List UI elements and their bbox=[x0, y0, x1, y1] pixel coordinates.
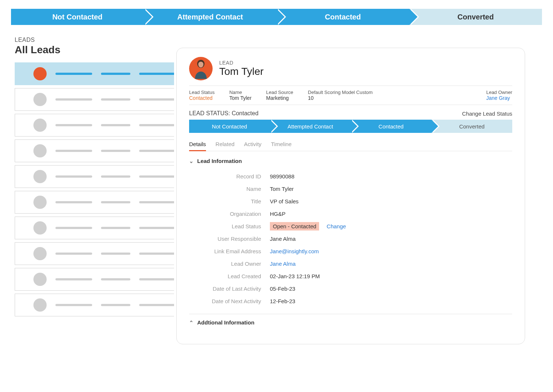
field-value-title: VP of Sales bbox=[270, 198, 299, 204]
placeholder-bar bbox=[101, 304, 130, 306]
pipeline-stage-attempted-contact[interactable]: Attempted Contact bbox=[144, 9, 277, 25]
avatar bbox=[33, 144, 47, 157]
avatar bbox=[33, 196, 47, 209]
chevron-down-icon bbox=[189, 158, 194, 164]
info-value-lead-status: Contacted bbox=[189, 95, 214, 101]
inner-stage-attempted-contact[interactable]: Attempted Contact bbox=[270, 120, 351, 133]
pipeline-stage-contacted[interactable]: Contacted bbox=[276, 9, 409, 25]
field-value-name: Tom Tyler bbox=[270, 186, 294, 192]
info-label: Default Scoring Model Custom bbox=[308, 90, 373, 95]
info-label: Lead Source bbox=[266, 90, 293, 95]
person-icon bbox=[192, 58, 210, 79]
record-type-label: LEAD bbox=[219, 60, 264, 66]
avatar bbox=[33, 221, 47, 235]
pipeline-stage-not-contacted[interactable]: Not Contacted bbox=[11, 9, 144, 25]
section-title: Lead Information bbox=[197, 158, 242, 164]
detail-tabs: Details Related Activity Timeline bbox=[189, 138, 512, 151]
tab-related[interactable]: Related bbox=[216, 138, 235, 151]
info-value-scoring: 10 bbox=[308, 95, 373, 101]
chevron-up-icon bbox=[189, 320, 194, 326]
placeholder-bar bbox=[101, 175, 130, 178]
avatar bbox=[33, 247, 47, 260]
status-label: LEAD STATUS: Contacted bbox=[189, 110, 259, 117]
section-title: Addtional Information bbox=[197, 319, 254, 326]
pipeline-stage-converted[interactable]: Converted bbox=[409, 9, 542, 25]
record-title: Tom Tyler bbox=[219, 66, 264, 77]
placeholder-bar bbox=[55, 98, 92, 101]
change-status-link[interactable]: Change bbox=[327, 223, 346, 229]
placeholder-bar bbox=[55, 150, 92, 152]
field-value-email[interactable]: Jane@insightly.com bbox=[270, 248, 319, 254]
placeholder-bar bbox=[55, 73, 92, 75]
info-value-lead-source: Marketing bbox=[266, 95, 293, 101]
change-status-link[interactable]: Change Lead Status bbox=[462, 110, 512, 117]
field-label: Link Email Address bbox=[189, 248, 270, 254]
field-label: Name bbox=[189, 186, 270, 192]
field-label: Lead Owner bbox=[189, 261, 270, 267]
field-value-last-activity: 05-Feb-23 bbox=[270, 286, 295, 292]
field-label: Date of Next Activity bbox=[189, 298, 270, 304]
field-label: Record ID bbox=[189, 173, 270, 179]
tab-timeline[interactable]: Timeline bbox=[271, 138, 292, 151]
field-value-created: 02-Jan-23 12:19 PM bbox=[270, 273, 320, 279]
placeholder-bar bbox=[55, 304, 92, 306]
section-additional-information[interactable]: Addtional Information bbox=[189, 319, 512, 326]
placeholder-bar bbox=[55, 227, 92, 229]
top-pipeline: Not Contacted Attempted Contact Contacte… bbox=[11, 9, 542, 25]
inner-stage-contacted[interactable]: Contacted bbox=[351, 120, 431, 133]
info-value-name: Tom Tyler bbox=[229, 95, 251, 101]
tab-activity[interactable]: Activity bbox=[244, 138, 262, 151]
avatar bbox=[33, 67, 47, 80]
avatar bbox=[33, 93, 47, 106]
info-label: Name bbox=[229, 90, 251, 95]
field-label: Organization bbox=[189, 211, 270, 217]
field-value-next-activity: 12-Feb-23 bbox=[270, 298, 295, 304]
field-label: Lead Status bbox=[189, 223, 270, 229]
field-value-owner[interactable]: Jane Alma bbox=[270, 261, 296, 267]
info-label: Lead Status bbox=[189, 90, 214, 95]
avatar bbox=[33, 273, 47, 286]
placeholder-bar bbox=[101, 150, 130, 152]
section-lead-information[interactable]: Lead Information bbox=[189, 158, 512, 164]
avatar bbox=[33, 170, 47, 183]
placeholder-bar bbox=[101, 124, 130, 126]
section-label: LEADS bbox=[15, 37, 272, 43]
placeholder-bar bbox=[55, 175, 92, 178]
placeholder-bar bbox=[101, 98, 130, 101]
avatar bbox=[189, 57, 213, 80]
info-value-owner[interactable]: Jane Gray bbox=[486, 95, 512, 101]
placeholder-bar bbox=[55, 253, 92, 255]
avatar bbox=[33, 298, 47, 312]
placeholder-bar bbox=[55, 201, 92, 203]
field-label: Title bbox=[189, 198, 270, 204]
inner-pipeline: Not Contacted Attempted Contact Contacte… bbox=[189, 120, 512, 133]
field-value-user-responsible: Jane Alma bbox=[270, 236, 296, 242]
placeholder-bar bbox=[101, 73, 130, 75]
field-label: Date of Last Activity bbox=[189, 286, 270, 292]
avatar bbox=[33, 119, 47, 132]
info-strip: Lead Status Contacted Name Tom Tyler Lea… bbox=[189, 86, 512, 105]
inner-stage-converted[interactable]: Converted bbox=[431, 120, 512, 133]
field-value-organization: HG&P bbox=[270, 211, 286, 217]
status-badge: Open - Contacted bbox=[270, 222, 319, 231]
placeholder-bar bbox=[101, 227, 130, 229]
placeholder-bar bbox=[101, 201, 130, 203]
info-label: Lead Owner bbox=[486, 90, 512, 95]
placeholder-bar bbox=[55, 278, 92, 280]
placeholder-bar bbox=[55, 124, 92, 126]
field-value-record-id: 98990088 bbox=[270, 173, 294, 179]
inner-stage-not-contacted[interactable]: Not Contacted bbox=[189, 120, 270, 133]
tab-details[interactable]: Details bbox=[189, 138, 206, 151]
field-label: Lead Created bbox=[189, 273, 270, 279]
placeholder-bar bbox=[101, 253, 130, 255]
field-label: User Responsible bbox=[189, 236, 270, 242]
lead-detail-panel: LEAD Tom Tyler Lead Status Contacted Nam… bbox=[176, 48, 525, 344]
placeholder-bar bbox=[101, 278, 130, 280]
